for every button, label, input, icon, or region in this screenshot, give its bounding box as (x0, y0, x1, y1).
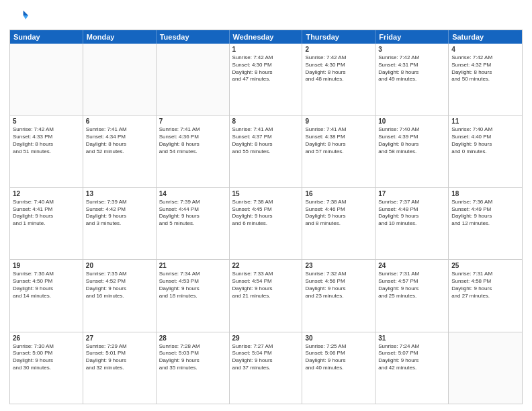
cell-info: Sunrise: 7:31 AM Sunset: 4:58 PM Dayligh… (451, 271, 519, 300)
day-number: 12 (13, 190, 80, 197)
calendar-cell: 9Sunrise: 7:41 AM Sunset: 4:38 PM Daylig… (302, 116, 375, 187)
day-number: 2 (305, 46, 372, 53)
calendar-cell: 8Sunrise: 7:41 AM Sunset: 4:37 PM Daylig… (230, 116, 303, 187)
calendar-cell: 7Sunrise: 7:41 AM Sunset: 4:36 PM Daylig… (157, 116, 230, 187)
day-number: 3 (378, 46, 445, 53)
day-number: 24 (378, 262, 445, 269)
calendar-cell: 11Sunrise: 7:40 AM Sunset: 4:40 PM Dayli… (449, 116, 522, 187)
cell-info: Sunrise: 7:41 AM Sunset: 4:38 PM Dayligh… (305, 126, 372, 155)
day-number: 29 (232, 334, 300, 342)
calendar-cell: 24Sunrise: 7:31 AM Sunset: 4:57 PM Dayli… (375, 260, 449, 331)
calendar-cell: 30Sunrise: 7:25 AM Sunset: 5:06 PM Dayli… (302, 332, 375, 404)
calendar-cell: 1Sunrise: 7:42 AM Sunset: 4:30 PM Daylig… (230, 44, 303, 115)
day-number: 25 (451, 262, 519, 269)
calendar-cell: 6Sunrise: 7:41 AM Sunset: 4:34 PM Daylig… (83, 116, 157, 187)
calendar-cell: 14Sunrise: 7:39 AM Sunset: 4:44 PM Dayli… (157, 188, 230, 259)
calendar-cell: 27Sunrise: 7:29 AM Sunset: 5:01 PM Dayli… (83, 332, 157, 404)
day-number: 6 (86, 118, 153, 125)
day-number: 30 (305, 334, 372, 342)
day-number: 16 (305, 190, 372, 197)
calendar-week-3: 12Sunrise: 7:40 AM Sunset: 4:41 PM Dayli… (10, 188, 522, 260)
calendar-cell: 17Sunrise: 7:37 AM Sunset: 4:48 PM Dayli… (375, 188, 449, 259)
day-number: 31 (378, 334, 445, 342)
day-number: 8 (232, 118, 300, 125)
calendar-cell: 25Sunrise: 7:31 AM Sunset: 4:58 PM Dayli… (449, 260, 522, 331)
calendar-cell (449, 332, 522, 404)
day-header-thursday: Thursday (302, 30, 375, 44)
cell-info: Sunrise: 7:37 AM Sunset: 4:48 PM Dayligh… (378, 199, 445, 228)
cell-info: Sunrise: 7:32 AM Sunset: 4:56 PM Dayligh… (305, 271, 372, 300)
cell-info: Sunrise: 7:42 AM Sunset: 4:30 PM Dayligh… (232, 54, 300, 83)
calendar-cell: 15Sunrise: 7:38 AM Sunset: 4:45 PM Dayli… (230, 188, 303, 259)
logo-icon (9, 7, 28, 26)
calendar-cell: 18Sunrise: 7:36 AM Sunset: 4:49 PM Dayli… (449, 188, 522, 259)
cell-info: Sunrise: 7:40 AM Sunset: 4:40 PM Dayligh… (451, 126, 519, 155)
day-number: 17 (378, 190, 445, 197)
page: SundayMondayTuesdayWednesdayThursdayFrid… (0, 0, 532, 411)
cell-info: Sunrise: 7:42 AM Sunset: 4:30 PM Dayligh… (305, 54, 372, 83)
day-header-sunday: Sunday (10, 30, 83, 44)
day-number: 1 (232, 46, 300, 53)
cell-info: Sunrise: 7:28 AM Sunset: 5:03 PM Dayligh… (159, 343, 226, 372)
calendar-body: 1Sunrise: 7:42 AM Sunset: 4:30 PM Daylig… (10, 44, 522, 404)
day-number: 21 (159, 262, 226, 269)
cell-info: Sunrise: 7:35 AM Sunset: 4:52 PM Dayligh… (86, 271, 153, 300)
calendar-week-2: 5Sunrise: 7:42 AM Sunset: 4:33 PM Daylig… (10, 116, 522, 187)
calendar-cell: 26Sunrise: 7:30 AM Sunset: 5:00 PM Dayli… (10, 332, 83, 404)
cell-info: Sunrise: 7:40 AM Sunset: 4:41 PM Dayligh… (13, 199, 80, 228)
calendar-cell: 16Sunrise: 7:38 AM Sunset: 4:46 PM Dayli… (302, 188, 375, 259)
cell-info: Sunrise: 7:30 AM Sunset: 5:00 PM Dayligh… (13, 343, 80, 372)
cell-info: Sunrise: 7:24 AM Sunset: 5:07 PM Dayligh… (378, 343, 445, 372)
calendar-cell: 10Sunrise: 7:40 AM Sunset: 4:39 PM Dayli… (375, 116, 449, 187)
calendar-cell (10, 44, 83, 115)
day-number: 18 (451, 190, 519, 197)
day-number: 14 (159, 190, 226, 197)
calendar-cell (83, 44, 157, 115)
calendar-cell: 31Sunrise: 7:24 AM Sunset: 5:07 PM Dayli… (375, 332, 449, 404)
calendar-week-5: 26Sunrise: 7:30 AM Sunset: 5:00 PM Dayli… (10, 332, 522, 404)
day-header-tuesday: Tuesday (157, 30, 230, 44)
day-header-friday: Friday (375, 30, 449, 44)
cell-info: Sunrise: 7:41 AM Sunset: 4:36 PM Dayligh… (159, 126, 226, 155)
day-number: 22 (232, 262, 300, 269)
cell-info: Sunrise: 7:34 AM Sunset: 4:53 PM Dayligh… (159, 271, 226, 300)
cell-info: Sunrise: 7:42 AM Sunset: 4:31 PM Dayligh… (378, 54, 445, 83)
cell-info: Sunrise: 7:25 AM Sunset: 5:06 PM Dayligh… (305, 343, 372, 372)
cell-info: Sunrise: 7:41 AM Sunset: 4:37 PM Dayligh… (232, 126, 300, 155)
day-number: 28 (159, 334, 226, 342)
calendar-cell: 13Sunrise: 7:39 AM Sunset: 4:42 PM Dayli… (83, 188, 157, 259)
day-number: 10 (378, 118, 445, 125)
calendar-cell: 19Sunrise: 7:36 AM Sunset: 4:50 PM Dayli… (10, 260, 83, 331)
calendar-cell: 2Sunrise: 7:42 AM Sunset: 4:30 PM Daylig… (302, 44, 375, 115)
calendar: SundayMondayTuesdayWednesdayThursdayFrid… (9, 30, 523, 404)
cell-info: Sunrise: 7:41 AM Sunset: 4:34 PM Dayligh… (86, 126, 153, 155)
calendar-week-4: 19Sunrise: 7:36 AM Sunset: 4:50 PM Dayli… (10, 260, 522, 332)
day-number: 26 (13, 334, 80, 342)
calendar-cell: 22Sunrise: 7:33 AM Sunset: 4:54 PM Dayli… (230, 260, 303, 331)
cell-info: Sunrise: 7:36 AM Sunset: 4:50 PM Dayligh… (13, 271, 80, 300)
calendar-cell: 5Sunrise: 7:42 AM Sunset: 4:33 PM Daylig… (10, 116, 83, 187)
day-number: 5 (13, 118, 80, 125)
day-number: 7 (159, 118, 226, 125)
cell-info: Sunrise: 7:38 AM Sunset: 4:45 PM Dayligh… (232, 199, 300, 228)
cell-info: Sunrise: 7:42 AM Sunset: 4:33 PM Dayligh… (13, 126, 80, 155)
cell-info: Sunrise: 7:39 AM Sunset: 4:42 PM Dayligh… (86, 199, 153, 228)
calendar-week-1: 1Sunrise: 7:42 AM Sunset: 4:30 PM Daylig… (10, 44, 522, 116)
cell-info: Sunrise: 7:39 AM Sunset: 4:44 PM Dayligh… (159, 199, 226, 228)
day-number: 4 (451, 46, 519, 53)
calendar-cell: 3Sunrise: 7:42 AM Sunset: 4:31 PM Daylig… (375, 44, 449, 115)
calendar-cell: 23Sunrise: 7:32 AM Sunset: 4:56 PM Dayli… (302, 260, 375, 331)
day-number: 15 (232, 190, 300, 197)
cell-info: Sunrise: 7:36 AM Sunset: 4:49 PM Dayligh… (451, 199, 519, 228)
day-header-monday: Monday (83, 30, 157, 44)
day-number: 20 (86, 262, 153, 269)
day-header-saturday: Saturday (449, 30, 522, 44)
day-number: 9 (305, 118, 372, 125)
calendar-cell: 21Sunrise: 7:34 AM Sunset: 4:53 PM Dayli… (157, 260, 230, 331)
calendar-header-row: SundayMondayTuesdayWednesdayThursdayFrid… (10, 30, 522, 44)
cell-info: Sunrise: 7:27 AM Sunset: 5:04 PM Dayligh… (232, 343, 300, 372)
day-number: 23 (305, 262, 372, 269)
day-header-wednesday: Wednesday (230, 30, 303, 44)
calendar-cell: 12Sunrise: 7:40 AM Sunset: 4:41 PM Dayli… (10, 188, 83, 259)
logo (9, 7, 31, 26)
